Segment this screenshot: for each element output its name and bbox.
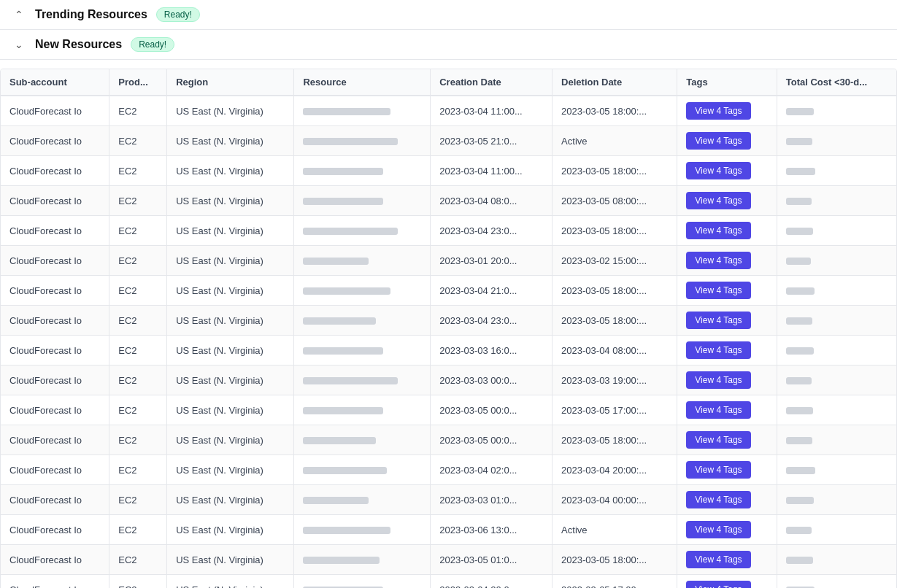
cell-region: US East (N. Virginia) xyxy=(167,186,294,216)
cell-product: EC2 xyxy=(109,485,167,515)
view-tags-button[interactable]: View 4 Tags xyxy=(686,431,750,449)
col-header-creation-date[interactable]: Creation Date xyxy=(431,69,553,96)
cell-product: EC2 xyxy=(109,395,167,425)
view-tags-button[interactable]: View 4 Tags xyxy=(686,252,750,269)
cell-region: US East (N. Virginia) xyxy=(167,126,294,156)
cell-subaccount: CloudForecast Io xyxy=(1,575,109,589)
view-tags-button[interactable]: View 4 Tags xyxy=(686,192,750,209)
cell-tags: View 4 Tags xyxy=(677,425,777,455)
view-tags-button[interactable]: View 4 Tags xyxy=(686,162,750,179)
cell-resource xyxy=(294,425,431,455)
cell-subaccount: CloudForecast Io xyxy=(1,156,109,186)
cell-deletion-date: 2023-03-04 20:00:... xyxy=(553,455,677,485)
cell-creation-date: 2023-03-04 21:0... xyxy=(431,276,553,306)
cell-creation-date: 2023-03-01 20:0... xyxy=(431,246,553,276)
cell-product: EC2 xyxy=(109,336,167,365)
cell-creation-date: 2023-03-04 02:0... xyxy=(431,455,553,485)
cell-creation-date: 2023-03-04 23:0... xyxy=(431,306,553,336)
view-tags-button[interactable]: View 4 Tags xyxy=(686,581,750,588)
view-tags-button[interactable]: View 4 Tags xyxy=(686,282,750,299)
table-row: CloudForecast Io EC2 US East (N. Virgini… xyxy=(1,156,896,186)
cell-creation-date: 2023-03-04 23:0... xyxy=(431,216,553,246)
col-header-region[interactable]: Region xyxy=(167,69,294,96)
cell-deletion-date: Active xyxy=(553,515,677,545)
cell-creation-date: 2023-03-04 11:00... xyxy=(431,156,553,186)
cell-resource xyxy=(294,485,431,515)
cell-deletion-date: Active xyxy=(553,126,677,156)
cell-product: EC2 xyxy=(109,425,167,455)
trending-resources-header: ⌃ Trending Resources Ready! xyxy=(0,0,897,30)
cell-resource xyxy=(294,216,431,246)
cell-total-cost xyxy=(777,306,896,336)
view-tags-button[interactable]: View 4 Tags xyxy=(686,551,750,568)
table-row: CloudForecast Io EC2 US East (N. Virgini… xyxy=(1,395,896,425)
cell-deletion-date: 2023-03-05 18:00:... xyxy=(553,216,677,246)
cell-product: EC2 xyxy=(109,216,167,246)
cell-tags: View 4 Tags xyxy=(677,96,777,126)
cell-total-cost xyxy=(777,455,896,485)
cell-total-cost xyxy=(777,575,896,589)
cell-total-cost xyxy=(777,425,896,455)
view-tags-button[interactable]: View 4 Tags xyxy=(686,132,750,150)
cell-tags: View 4 Tags xyxy=(677,156,777,186)
table-row: CloudForecast Io EC2 US East (N. Virgini… xyxy=(1,246,896,276)
cell-creation-date: 2023-03-04 20:0... xyxy=(431,575,553,589)
col-header-product[interactable]: Prod... xyxy=(109,69,167,96)
cell-total-cost xyxy=(777,395,896,425)
cell-tags: View 4 Tags xyxy=(677,186,777,216)
cell-region: US East (N. Virginia) xyxy=(167,515,294,545)
cell-subaccount: CloudForecast Io xyxy=(1,425,109,455)
cell-product: EC2 xyxy=(109,276,167,306)
resources-table-container: Sub-account Prod... Region Resource Crea… xyxy=(0,69,897,588)
trending-ready-badge: Ready! xyxy=(156,7,200,22)
cell-deletion-date: 2023-03-03 19:00:... xyxy=(553,365,677,395)
cell-tags: View 4 Tags xyxy=(677,276,777,306)
col-header-resource[interactable]: Resource xyxy=(294,69,431,96)
cell-region: US East (N. Virginia) xyxy=(167,545,294,575)
cell-tags: View 4 Tags xyxy=(677,395,777,425)
cell-tags: View 4 Tags xyxy=(677,545,777,575)
col-header-total-cost[interactable]: Total Cost <30-d... xyxy=(777,69,896,96)
view-tags-button[interactable]: View 4 Tags xyxy=(686,401,750,419)
view-tags-button[interactable]: View 4 Tags xyxy=(686,491,750,508)
cell-deletion-date: 2023-03-05 18:00:... xyxy=(553,276,677,306)
cell-tags: View 4 Tags xyxy=(677,515,777,545)
new-resources-header: ⌄ New Resources Ready! xyxy=(0,30,897,60)
cell-resource xyxy=(294,156,431,186)
table-row: CloudForecast Io EC2 US East (N. Virgini… xyxy=(1,306,896,336)
cell-region: US East (N. Virginia) xyxy=(167,425,294,455)
view-tags-button[interactable]: View 4 Tags xyxy=(686,222,750,239)
cell-tags: View 4 Tags xyxy=(677,336,777,365)
resources-table: Sub-account Prod... Region Resource Crea… xyxy=(1,69,896,588)
table-row: CloudForecast Io EC2 US East (N. Virgini… xyxy=(1,545,896,575)
cell-creation-date: 2023-03-05 21:0... xyxy=(431,126,553,156)
cell-total-cost xyxy=(777,485,896,515)
cell-tags: View 4 Tags xyxy=(677,575,777,589)
cell-subaccount: CloudForecast Io xyxy=(1,276,109,306)
new-resources-chevron-icon[interactable]: ⌄ xyxy=(12,37,26,52)
cell-subaccount: CloudForecast Io xyxy=(1,306,109,336)
cell-deletion-date: 2023-03-02 15:00:... xyxy=(553,246,677,276)
cell-region: US East (N. Virginia) xyxy=(167,246,294,276)
table-row: CloudForecast Io EC2 US East (N. Virgini… xyxy=(1,425,896,455)
view-tags-button[interactable]: View 4 Tags xyxy=(686,312,750,329)
cell-deletion-date: 2023-03-04 00:00:... xyxy=(553,485,677,515)
col-header-deletion-date[interactable]: Deletion Date xyxy=(553,69,677,96)
view-tags-button[interactable]: View 4 Tags xyxy=(686,102,750,120)
cell-subaccount: CloudForecast Io xyxy=(1,365,109,395)
col-header-subaccount[interactable]: Sub-account xyxy=(1,69,109,96)
cell-creation-date: 2023-03-03 16:0... xyxy=(431,336,553,365)
cell-creation-date: 2023-03-06 13:0... xyxy=(431,515,553,545)
view-tags-button[interactable]: View 4 Tags xyxy=(686,371,750,389)
cell-deletion-date: 2023-03-05 18:00:... xyxy=(553,306,677,336)
cell-resource xyxy=(294,246,431,276)
cell-resource xyxy=(294,126,431,156)
cell-product: EC2 xyxy=(109,575,167,589)
col-header-tags[interactable]: Tags xyxy=(677,69,777,96)
cell-subaccount: CloudForecast Io xyxy=(1,246,109,276)
cell-subaccount: CloudForecast Io xyxy=(1,395,109,425)
trending-chevron-icon[interactable]: ⌃ xyxy=(12,7,26,22)
view-tags-button[interactable]: View 4 Tags xyxy=(686,341,750,359)
view-tags-button[interactable]: View 4 Tags xyxy=(686,521,750,538)
view-tags-button[interactable]: View 4 Tags xyxy=(686,461,750,479)
